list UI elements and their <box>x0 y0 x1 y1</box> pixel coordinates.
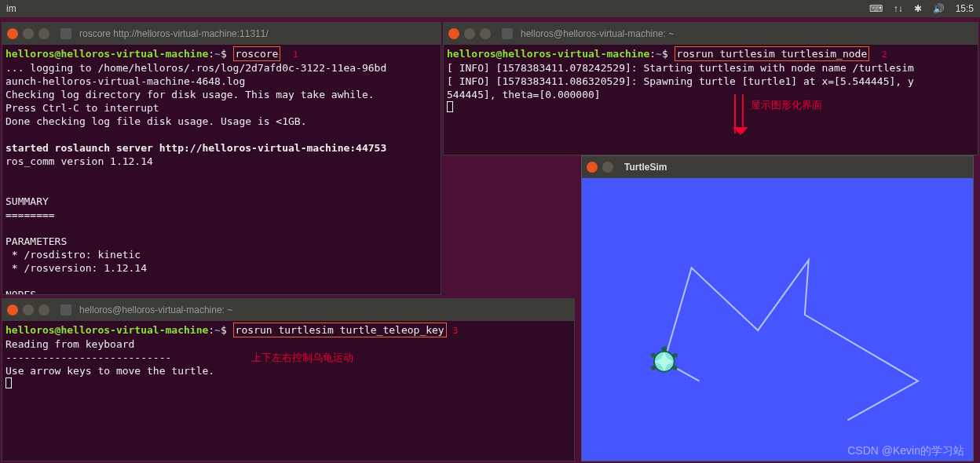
terminal-content[interactable]: helloros@helloros-virtual-machine:~$ ros… <box>2 321 574 461</box>
volume-icon[interactable]: 🔊 <box>933 3 945 14</box>
window-title: roscore http://helloros-virtual-machine:… <box>79 28 436 39</box>
titlebar[interactable]: roscore http://helloros-virtual-machine:… <box>2 23 441 45</box>
output-line: aunch-helloros-virtual-machine-4648.log <box>5 75 245 87</box>
command-highlight: roscore <box>233 46 281 61</box>
minimize-icon[interactable] <box>464 28 475 39</box>
annotation-number: 3 <box>453 326 459 336</box>
close-icon[interactable] <box>7 304 18 315</box>
turtlesim-window[interactable]: TurtleSim <box>581 155 974 461</box>
terminal-roscore[interactable]: roscore http://helloros-virtual-machine:… <box>2 22 441 295</box>
network-icon[interactable]: ↑↓ <box>894 3 903 14</box>
terminal-content[interactable]: helloros@helloros-virtual-machine:~$ ros… <box>444 45 978 155</box>
prompt-user: helloros@helloros-virtual-machine <box>5 324 208 336</box>
window-title: helloros@helloros-virtual-machine: ~ <box>79 304 569 315</box>
output-line: ros_comm version 1.12.14 <box>5 155 153 167</box>
titlebar[interactable]: TurtleSim <box>582 156 973 178</box>
arrow-annotation <box>734 94 744 133</box>
output-line: 544445], theta=[0.000000] <box>447 89 601 100</box>
output-line: Use arrow keys to move the turtle. <box>5 365 214 377</box>
output-line: Reading from keyboard <box>5 338 134 350</box>
prompt-user: helloros@helloros-virtual-machine <box>447 48 649 60</box>
window-title: helloros@helloros-virtual-machine: ~ <box>521 28 973 39</box>
output-line: Press Ctrl-C to interrupt <box>5 102 159 114</box>
window-title: TurtleSim <box>624 162 968 173</box>
output-line: PARAMETERS <box>5 235 67 247</box>
close-icon[interactable] <box>587 162 598 173</box>
watermark: CSDN @Kevin的学习站 <box>847 444 964 458</box>
output-line: ======== <box>5 209 55 221</box>
system-tray: ⌨ ↑↓ ✱ 🔊 15:5 <box>869 3 974 14</box>
prompt-path: ~ <box>214 324 221 336</box>
command-highlight: rosrun turtlesim turtlesim_node <box>675 46 870 61</box>
terminal-icon <box>502 28 513 39</box>
arrow-label: 显示图形化界面 <box>751 98 822 112</box>
close-icon[interactable] <box>7 28 18 39</box>
terminal-content[interactable]: helloros@helloros-virtual-machine:~$ ros… <box>2 45 441 294</box>
minimize-icon[interactable] <box>23 304 34 315</box>
close-icon[interactable] <box>448 28 459 39</box>
prompt-path: ~ <box>214 48 221 60</box>
output-line: [ INFO] [1578383411.086320529]: Spawning… <box>447 75 914 87</box>
terminal-teleop[interactable]: helloros@helloros-virtual-machine: ~ hel… <box>2 298 575 461</box>
keyboard-icon[interactable]: ⌨ <box>869 3 883 14</box>
clock[interactable]: 15:5 <box>956 3 974 14</box>
output-line: Done checking log file disk usage. Usage… <box>5 115 307 127</box>
titlebar[interactable]: helloros@helloros-virtual-machine: ~ <box>444 23 978 45</box>
cursor <box>447 101 453 112</box>
cursor <box>5 377 12 388</box>
output-line: started roslaunch server http://helloros… <box>5 142 386 154</box>
terminal-turtlesim-node[interactable]: helloros@helloros-virtual-machine: ~ hel… <box>443 22 978 155</box>
command-highlight: rosrun turtlesim turtle_teleop_key <box>233 323 447 337</box>
svg-point-2 <box>651 353 656 358</box>
output-line: NODES <box>5 289 36 294</box>
output-line: * /rosdistro: kinetic <box>5 249 141 261</box>
turtle-path <box>582 178 973 461</box>
svg-point-6 <box>661 346 667 352</box>
annotation-text: 上下左右控制乌龟运动 <box>251 352 353 363</box>
annotation-number: 1 <box>293 49 298 60</box>
output-line: [ INFO] [1578383411.078242529]: Starting… <box>447 62 914 74</box>
svg-point-4 <box>651 366 656 370</box>
prompt-user: helloros@helloros-virtual-machine <box>5 48 208 60</box>
annotation-number: 2 <box>882 49 887 60</box>
output-line: ... logging to /home/helloros/.ros/log/2… <box>5 62 386 74</box>
turtlesim-canvas[interactable] <box>582 178 973 461</box>
turtle-icon <box>651 346 678 371</box>
terminal-icon <box>60 28 71 39</box>
terminal-icon <box>60 304 71 315</box>
minimize-icon[interactable] <box>602 162 613 173</box>
svg-point-5 <box>673 366 678 370</box>
maximize-icon[interactable] <box>38 28 49 39</box>
system-menubar: im ⌨ ↑↓ ✱ 🔊 15:5 <box>0 0 980 17</box>
minimize-icon[interactable] <box>23 28 34 39</box>
titlebar[interactable]: helloros@helloros-virtual-machine: ~ <box>2 299 574 321</box>
app-indicator: im <box>6 3 16 14</box>
bluetooth-icon[interactable]: ✱ <box>914 3 922 14</box>
maximize-icon[interactable] <box>38 304 49 315</box>
output-line: * /rosversion: 1.12.14 <box>5 262 147 274</box>
maximize-icon[interactable] <box>480 28 491 39</box>
svg-point-3 <box>673 353 678 358</box>
output-line: --------------------------- <box>5 352 171 363</box>
output-line: Checking log directory for disk usage. T… <box>5 89 375 100</box>
output-line: SUMMARY <box>5 195 49 207</box>
prompt-path: ~ <box>656 48 662 60</box>
